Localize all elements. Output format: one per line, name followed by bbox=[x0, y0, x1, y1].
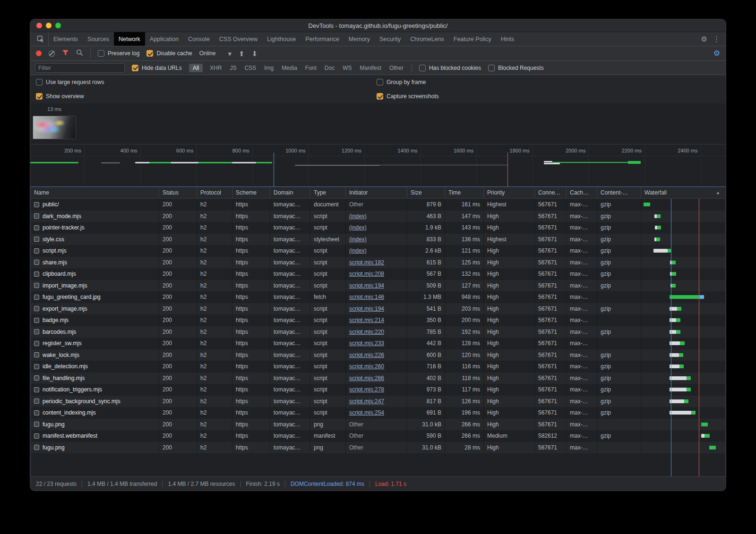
initiator-link[interactable]: script.mjs:260 bbox=[349, 363, 384, 370]
settings-gear-icon[interactable]: ⚙ bbox=[701, 35, 707, 42]
initiator-link[interactable]: (index) bbox=[349, 247, 367, 254]
column-header-status[interactable]: Status bbox=[159, 187, 197, 198]
column-header-cache[interactable]: Cach… bbox=[567, 187, 597, 198]
column-header-initiator[interactable]: Initiator bbox=[346, 187, 407, 198]
request-row[interactable]: share.mjs 200 h2 https tomayac… script s… bbox=[31, 257, 725, 269]
import-har-icon[interactable]: ⬆ bbox=[239, 50, 245, 57]
has-blocked-cookies-checkbox[interactable]: Has blocked cookies bbox=[419, 65, 481, 71]
initiator-link[interactable]: script.mjs:226 bbox=[349, 352, 384, 358]
tab-feature-policy[interactable]: Feature Policy bbox=[449, 32, 496, 46]
column-header-size[interactable]: Size bbox=[407, 187, 445, 198]
initiator-link[interactable]: script.mjs:233 bbox=[349, 340, 384, 347]
request-row[interactable]: badge.mjs 200 h2 https tomayac… script s… bbox=[31, 314, 725, 326]
tab-application[interactable]: Application bbox=[145, 32, 183, 46]
type-filter-media[interactable]: Media bbox=[281, 64, 298, 72]
column-header-type[interactable]: Type bbox=[310, 187, 346, 198]
filter-input[interactable] bbox=[35, 63, 125, 73]
request-row[interactable]: pointer-tracker.js 200 h2 https tomayac…… bbox=[31, 222, 725, 234]
clear-network-log-icon[interactable] bbox=[49, 51, 55, 57]
request-row[interactable]: barcodes.mjs 200 h2 https tomayac… scrip… bbox=[31, 326, 725, 338]
initiator-link[interactable]: script.mjs:194 bbox=[349, 282, 384, 289]
group-by-frame-checkbox[interactable]: Group by frame bbox=[377, 79, 426, 85]
initiator-link[interactable]: script.mjs:146 bbox=[349, 294, 384, 300]
use-large-request-rows-checkbox[interactable]: Use large request rows bbox=[36, 79, 104, 85]
request-row[interactable]: fugu.png 200 h2 https tomayac… png Other… bbox=[31, 419, 725, 431]
request-row[interactable]: wake_lock.mjs 200 h2 https tomayac… scri… bbox=[31, 349, 725, 361]
initiator-link[interactable]: script.mjs:247 bbox=[349, 398, 384, 405]
column-header-content-encoding[interactable]: Content-… bbox=[597, 187, 641, 198]
request-row[interactable]: content_indexing.mjs 200 h2 https tomaya… bbox=[31, 407, 725, 419]
request-row[interactable]: fugu_greeting_card.jpg 200 h2 https toma… bbox=[31, 291, 725, 303]
request-row[interactable]: script.mjs 200 h2 https tomayac… script … bbox=[31, 245, 725, 257]
initiator-link[interactable]: script.mjs:208 bbox=[349, 271, 384, 277]
type-filter-xhr[interactable]: XHR bbox=[209, 64, 223, 72]
tab-lighthouse[interactable]: Lighthouse bbox=[262, 32, 301, 46]
hide-data-urls-checkbox[interactable]: Hide data URLs bbox=[132, 65, 182, 71]
preserve-log-checkbox[interactable]: Preserve log bbox=[98, 50, 139, 57]
initiator-link[interactable]: script.mjs:220 bbox=[349, 329, 384, 335]
request-row[interactable]: style.css 200 h2 https tomayac… styleshe… bbox=[31, 234, 725, 246]
type-filter-img[interactable]: Img bbox=[263, 64, 275, 72]
type-filter-css[interactable]: CSS bbox=[243, 64, 257, 72]
type-filter-other[interactable]: Other bbox=[388, 64, 404, 72]
initiator-link[interactable]: script.mjs:194 bbox=[349, 305, 384, 312]
tab-elements[interactable]: Elements bbox=[49, 32, 83, 46]
tab-memory[interactable]: Memory bbox=[344, 32, 375, 46]
type-filter-doc[interactable]: Doc bbox=[324, 64, 335, 72]
column-header-name[interactable]: Name bbox=[31, 187, 159, 198]
network-settings-gear-icon[interactable]: ⚙ bbox=[713, 50, 720, 57]
request-row[interactable]: fugu.png 200 h2 https tomayac… png Other… bbox=[31, 442, 725, 454]
disable-cache-checkbox[interactable]: Disable cache bbox=[146, 50, 192, 57]
request-row[interactable]: file_handling.mjs 200 h2 https tomayac… … bbox=[31, 373, 725, 384]
initiator-link[interactable]: (index) bbox=[349, 213, 367, 220]
request-row[interactable]: clipboard.mjs 200 h2 https tomayac… scri… bbox=[31, 268, 725, 280]
type-filter-ws[interactable]: WS bbox=[342, 64, 352, 72]
column-header-protocol[interactable]: Protocol bbox=[197, 187, 232, 198]
column-header-time[interactable]: Time bbox=[445, 187, 484, 198]
tab-performance[interactable]: Performance bbox=[301, 32, 344, 46]
initiator-link[interactable]: script.mjs:254 bbox=[349, 409, 384, 416]
tab-network[interactable]: Network bbox=[114, 32, 145, 46]
tab-console[interactable]: Console bbox=[183, 32, 215, 46]
initiator-link[interactable]: (index) bbox=[349, 236, 367, 243]
type-filter-js[interactable]: JS bbox=[229, 64, 237, 72]
column-header-domain[interactable]: Domain bbox=[270, 187, 310, 198]
initiator-link[interactable]: script.mjs:182 bbox=[349, 259, 384, 266]
request-row[interactable]: notification_triggers.mjs 200 h2 https t… bbox=[31, 384, 725, 396]
network-overview[interactable]: 200 ms400 ms600 ms800 ms1000 ms1200 ms14… bbox=[30, 144, 726, 186]
filter-funnel-icon[interactable] bbox=[62, 50, 69, 58]
type-filter-all[interactable]: All bbox=[189, 64, 203, 72]
throttling-dropdown[interactable]: Online ▾ bbox=[199, 50, 232, 57]
request-row[interactable]: export_image.mjs 200 h2 https tomayac… s… bbox=[31, 303, 725, 315]
request-row[interactable]: register_sw.mjs 200 h2 https tomayac… sc… bbox=[31, 338, 725, 349]
record-network-log-button[interactable] bbox=[36, 51, 42, 56]
request-row[interactable]: public/ 200 h2 https tomayac… document O… bbox=[31, 199, 725, 211]
request-row[interactable]: manifest.webmanifest 200 h2 https tomaya… bbox=[31, 430, 725, 442]
tab-chromelens[interactable]: ChromeLens bbox=[405, 32, 449, 46]
initiator-link[interactable]: script.mjs:278 bbox=[349, 386, 384, 393]
initiator-link[interactable]: (index) bbox=[349, 224, 367, 231]
column-header-connection[interactable]: Conne… bbox=[535, 187, 567, 198]
request-row[interactable]: dark_mode.mjs 200 h2 https tomayac… scri… bbox=[31, 211, 725, 222]
initiator-link[interactable]: script.mjs:214 bbox=[349, 317, 384, 323]
blocked-requests-checkbox[interactable]: Blocked Requests bbox=[488, 65, 544, 71]
column-header-waterfall[interactable]: Waterfall ▲ bbox=[641, 187, 725, 198]
tab-security[interactable]: Security bbox=[375, 32, 405, 46]
tab-hints[interactable]: Hints bbox=[496, 32, 519, 46]
show-overview-checkbox[interactable]: Show overview bbox=[36, 93, 84, 100]
search-icon[interactable] bbox=[76, 49, 83, 58]
tab-sources[interactable]: Sources bbox=[83, 32, 114, 46]
kebab-menu-icon[interactable]: ⋮ bbox=[713, 35, 720, 42]
type-filter-manifest[interactable]: Manifest bbox=[359, 64, 382, 72]
screenshot-thumbnail[interactable] bbox=[33, 116, 76, 139]
request-row[interactable]: import_image.mjs 200 h2 https tomayac… s… bbox=[31, 280, 725, 292]
export-har-icon[interactable]: ⬇ bbox=[252, 50, 258, 57]
type-filter-font[interactable]: Font bbox=[304, 64, 318, 72]
capture-screenshots-checkbox[interactable]: Capture screenshots bbox=[377, 93, 439, 100]
column-header-priority[interactable]: Priority bbox=[484, 187, 535, 198]
inspect-element-icon[interactable] bbox=[33, 32, 49, 46]
initiator-link[interactable]: script.mjs:266 bbox=[349, 375, 384, 381]
tab-css-overview[interactable]: CSS Overview bbox=[215, 32, 262, 46]
request-row[interactable]: idle_detection.mjs 200 h2 https tomayac…… bbox=[31, 361, 725, 373]
request-row[interactable]: periodic_background_sync.mjs 200 h2 http… bbox=[31, 396, 725, 407]
